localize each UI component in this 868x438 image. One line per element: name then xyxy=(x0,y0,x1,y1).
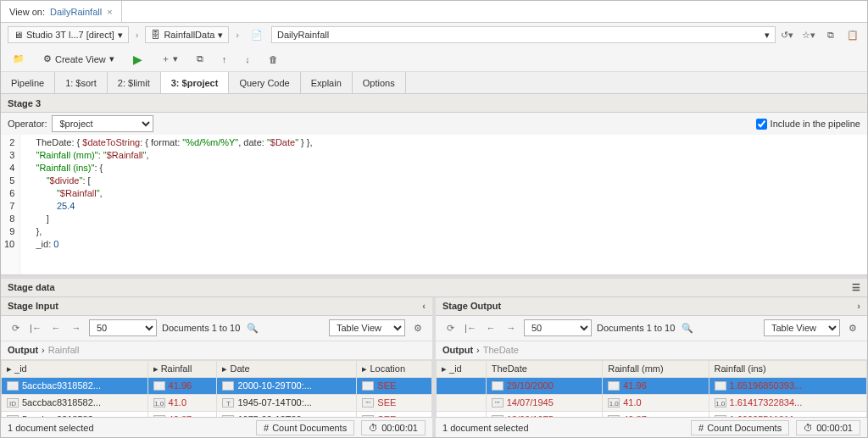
refresh-icon[interactable]: ⟳ xyxy=(442,320,458,335)
output-output-path[interactable]: Output › TheDate xyxy=(436,341,867,360)
first-page-icon[interactable]: |← xyxy=(463,320,478,335)
crumb-database[interactable]: 🗄 RainfallData ▾ xyxy=(145,26,229,43)
col-date: Date xyxy=(230,363,249,374)
count-label: Count Documents xyxy=(272,423,347,433)
star-icon[interactable]: ☆▾ xyxy=(801,27,816,42)
stage-input-header: Stage Input ‹ xyxy=(1,297,432,316)
time-value: 00:00:01 xyxy=(381,423,418,433)
stage-data-panels: Stage Input ‹ ⟳ |← ← → 50 Documents 1 to… xyxy=(1,297,867,438)
editor-tab[interactable]: View on: DailyRainfall × xyxy=(1,1,122,22)
line-gutter: 2345678910 xyxy=(1,135,20,274)
editor-tabbar: View on: DailyRainfall × xyxy=(1,1,867,23)
search-icon[interactable]: 🔍 xyxy=(245,320,260,335)
history-icon[interactable]: ↺▾ xyxy=(779,27,794,42)
stage-input-panel: Stage Input ‹ ⟳ |← ← → 50 Documents 1 to… xyxy=(1,297,432,438)
stage-data-title: Stage data xyxy=(8,282,55,292)
collection-path-field[interactable]: DailyRainfall ▾ xyxy=(271,26,776,43)
prev-page-icon[interactable]: ← xyxy=(48,320,64,335)
view-mode-select[interactable]: Table View xyxy=(764,319,840,336)
layout-icon[interactable]: ☰ xyxy=(852,282,860,293)
stage-output-panel: Stage Output › ⟳ |← ← → 50 Documents 1 t… xyxy=(436,297,867,438)
col-location: Location xyxy=(370,363,405,374)
tab-query-code[interactable]: Query Code xyxy=(229,72,300,93)
elapsed-time: ⏱ 00:00:01 xyxy=(796,420,860,435)
chevron-right-icon: › xyxy=(476,345,480,355)
operator-select[interactable]: $project xyxy=(52,115,153,132)
chevron-down-icon: ▾ xyxy=(765,30,770,41)
chevron-down-icon: ▾ xyxy=(118,30,123,41)
chevron-right-icon: › xyxy=(42,345,45,355)
output-selection-status: 1 document selected xyxy=(442,423,684,433)
table-row[interactable]: ID5accbac8318582...1.041.0T1945-07-14T00… xyxy=(2,394,432,411)
table-row[interactable]: ""13/09/19751.040.871.01.60905511811 xyxy=(437,411,867,417)
input-tools: ⟳ |← ← → 50 Documents 1 to 10 🔍 Table Vi… xyxy=(1,316,432,341)
table-header-row: ▸ _id TheDate Rainfall (mm) Rainfall (in… xyxy=(437,360,867,377)
duplicate-stage-icon[interactable]: ⧉ xyxy=(192,50,209,69)
move-down-icon[interactable]: ↓ xyxy=(240,50,255,69)
stage-output-title: Stage Output xyxy=(442,301,501,311)
stage-input-title: Stage Input xyxy=(8,301,58,311)
create-view-button[interactable]: ⚙ Create View ▾ xyxy=(38,50,120,69)
count-documents-button[interactable]: #Count Documents xyxy=(691,420,789,435)
input-table[interactable]: ▸ _id ▸ Rainfall ▸ Date ▸ Location ID5ac… xyxy=(1,360,432,418)
add-stage-button[interactable]: ＋ ▾ xyxy=(156,50,183,69)
output-statusbar: 1 document selected #Count Documents ⏱ 0… xyxy=(436,417,867,437)
refresh-icon[interactable]: ⟳ xyxy=(8,320,23,335)
time-value: 00:00:01 xyxy=(816,423,853,433)
tab-project[interactable]: 3: $project xyxy=(161,72,230,93)
move-up-icon[interactable]: ↑ xyxy=(217,50,232,69)
run-button[interactable]: ▶ xyxy=(128,50,147,69)
view-icon: ⚙ xyxy=(43,53,52,64)
tab-sort[interactable]: 1: $sort xyxy=(55,72,108,93)
first-page-icon[interactable]: |← xyxy=(28,320,43,335)
delete-icon[interactable]: 🗑 xyxy=(264,50,283,69)
next-page-icon[interactable]: → xyxy=(504,320,519,335)
next-page-icon[interactable]: → xyxy=(69,320,84,335)
col-id: _id xyxy=(449,363,462,374)
server-icon: 🖥 xyxy=(14,30,23,40)
view-mode-select[interactable]: Table View xyxy=(329,319,405,336)
page-size-select[interactable]: 50 xyxy=(524,319,592,336)
col-thedate: TheDate xyxy=(492,363,527,374)
stage-data-header: Stage data ☰ xyxy=(1,279,867,297)
crumb-coll-icon: 📄 xyxy=(246,26,268,43)
table-row[interactable]: ""14/07/19451.041.01.01.61417322834... xyxy=(437,394,867,411)
copy-icon[interactable]: ⧉ xyxy=(823,27,838,42)
table-row[interactable]: ID5accbac9318582...1.041.96T2000-10-29T0… xyxy=(2,377,432,394)
folder-icon[interactable]: 📁 xyxy=(8,50,30,69)
page-size-select[interactable]: 50 xyxy=(89,319,157,336)
count-documents-button[interactable]: #Count Documents xyxy=(256,420,354,435)
search-icon[interactable]: 🔍 xyxy=(680,320,695,335)
input-selection-status: 1 document selected xyxy=(8,423,249,433)
tab-limit[interactable]: 2: $limit xyxy=(108,72,161,93)
operator-label: Operator: xyxy=(8,119,47,129)
collapse-left-icon[interactable]: ‹ xyxy=(422,301,426,311)
output-path-value: TheDate xyxy=(483,345,519,355)
collapse-right-icon[interactable]: › xyxy=(857,301,860,311)
tab-explain[interactable]: Explain xyxy=(301,72,353,93)
tab-options[interactable]: Options xyxy=(353,72,406,93)
input-output-path[interactable]: Output › Rainfall xyxy=(1,341,432,360)
crumb-database-label: RainfallData xyxy=(164,30,214,40)
gear-icon[interactable]: ⚙ xyxy=(845,320,860,335)
tab-pipeline[interactable]: Pipeline xyxy=(1,72,55,93)
output-tools: ⟳ |← ← → 50 Documents 1 to 10 🔍 Table Vi… xyxy=(436,316,867,341)
prev-page-icon[interactable]: ← xyxy=(483,320,498,335)
paste-icon[interactable]: 📋 xyxy=(845,27,860,42)
input-statusbar: 1 document selected #Count Documents ⏱ 0… xyxy=(1,417,432,437)
table-row[interactable]: ""29/10/20001.041.961.01.65196850393... xyxy=(437,377,867,394)
include-pipeline-checkbox[interactable]: Include in the pipeline xyxy=(756,119,860,130)
include-checkbox-input[interactable] xyxy=(756,119,767,130)
crumb-connection[interactable]: 🖥 Studio 3T l...7 [direct] ▾ xyxy=(8,26,129,43)
page-range: Documents 1 to 10 xyxy=(162,323,240,333)
code-editor[interactable]: 2345678910 TheDate: { $dateToString: { f… xyxy=(1,135,867,275)
output-label: Output xyxy=(442,345,473,355)
gear-icon[interactable]: ⚙ xyxy=(410,320,426,335)
col-id: _id xyxy=(14,363,27,374)
output-path-value: Rainfall xyxy=(48,345,80,355)
output-table[interactable]: ▸ _id TheDate Rainfall (mm) Rainfall (in… xyxy=(436,360,867,418)
code-body[interactable]: TheDate: { $dateToString: { format: "%d/… xyxy=(20,135,317,274)
output-label: Output xyxy=(8,345,38,355)
table-row[interactable]: ID5accbac93185821.040.87T1975-09-13T00:"… xyxy=(2,411,432,417)
close-icon[interactable]: × xyxy=(107,7,112,17)
